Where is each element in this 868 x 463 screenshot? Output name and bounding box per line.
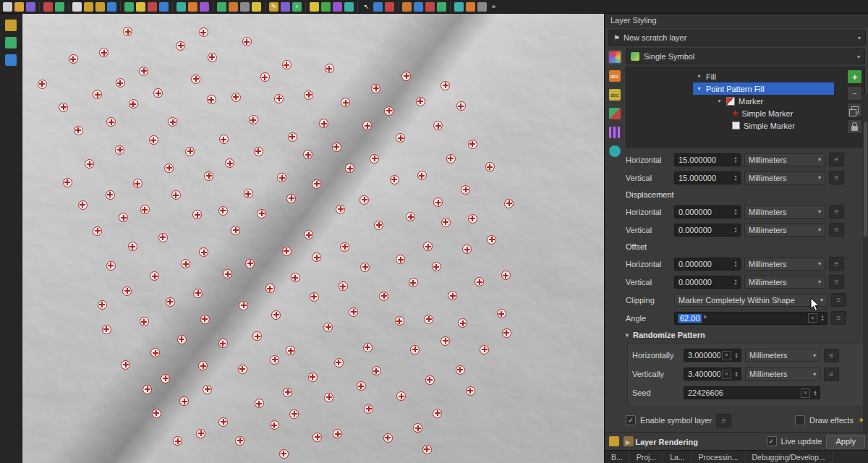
delete-selected-icon[interactable]: [385, 2, 394, 12]
offset-horizontal-spinbox[interactable]: 0.000000 ▴▾: [674, 258, 741, 271]
layer-rendering-section[interactable]: ▶ Layer Rendering: [626, 433, 865, 451]
browser-panel-icon[interactable]: [5, 20, 17, 31]
georeferencer-icon[interactable]: [344, 2, 354, 12]
displacement-horizontal-unit-combo[interactable]: Millimeters ▾: [744, 205, 825, 218]
tab-symbology[interactable]: [608, 50, 622, 64]
panel-scrollbar[interactable]: [863, 94, 868, 434]
spinner-arrows-icon[interactable]: ▴▾: [733, 352, 740, 359]
settings-icon[interactable]: [477, 2, 487, 12]
symbol-history-icon[interactable]: [609, 436, 619, 446]
remove-symbol-layer-button[interactable]: −: [847, 86, 862, 101]
tree-item-simple-marker-1[interactable]: ✚ Simple Marker: [626, 107, 864, 119]
project-save-icon[interactable]: [26, 2, 35, 12]
data-defined-override-button[interactable]: ≡: [829, 257, 844, 271]
temporal-controller-icon[interactable]: [414, 2, 423, 12]
clear-value-icon[interactable]: ✕: [801, 388, 810, 398]
refresh-icon[interactable]: [437, 2, 446, 12]
clipping-combo[interactable]: Marker Completely Within Shape ▾: [674, 294, 827, 307]
randomize-vertical-unit-combo[interactable]: Millimeters ▾: [745, 368, 820, 381]
save-edits-icon[interactable]: [281, 2, 290, 12]
spinner-arrows-icon[interactable]: ▴▾: [819, 315, 826, 321]
tree-item-point-pattern-fill[interactable]: ▾ Point Pattern Fill: [693, 82, 834, 95]
data-defined-override-button[interactable]: ≡: [824, 349, 839, 362]
bookmarks-panel-icon[interactable]: [5, 54, 17, 66]
project-open-icon[interactable]: [14, 2, 24, 12]
cursor-tool-icon[interactable]: ↖: [362, 2, 371, 12]
tab-labels[interactable]: abc: [608, 69, 622, 83]
tab-history[interactable]: [608, 144, 622, 158]
data-defined-override-button[interactable]: ≡: [829, 205, 844, 218]
deselect-icon[interactable]: [148, 2, 157, 12]
field-calculator-icon[interactable]: [310, 2, 319, 12]
scrollbar-thumb[interactable]: [864, 122, 867, 237]
clear-value-icon[interactable]: ✕: [722, 370, 731, 379]
add-vector-layer-icon[interactable]: [229, 2, 238, 12]
add-scratch-layer-icon[interactable]: [252, 2, 261, 12]
data-defined-override-button[interactable]: ≡: [829, 275, 844, 289]
randomize-vertical-spinbox[interactable]: 3.400000 ✕ ▴▾: [684, 368, 741, 381]
tree-item-marker[interactable]: ▾ Marker: [626, 95, 864, 107]
spinner-arrows-icon[interactable]: ▴▾: [732, 156, 739, 163]
distance-horizontal-spinbox[interactable]: 15.000000 ▴▾: [674, 153, 741, 166]
offset-vertical-unit-combo[interactable]: Millimeters ▾: [744, 276, 825, 289]
data-defined-override-button[interactable]: ≡: [831, 293, 846, 307]
processing-toolbox-icon[interactable]: [402, 2, 412, 12]
displacement-vertical-spinbox[interactable]: 0.000000 ▴▾: [674, 224, 741, 237]
tab-histogram[interactable]: [608, 125, 622, 140]
angle-spinbox[interactable]: 62.00 ° ✕ ▴▾: [674, 312, 827, 325]
dock-tab-layers[interactable]: La...: [663, 451, 692, 463]
attribute-table-icon[interactable]: [159, 2, 169, 12]
style-manager-icon[interactable]: [43, 2, 53, 12]
tab-masks[interactable]: abc: [608, 88, 622, 102]
vertex-tool-icon[interactable]: [373, 2, 383, 12]
expand-arrow-icon[interactable]: ▾: [696, 73, 702, 80]
spinner-arrows-icon[interactable]: ▴▾: [732, 226, 739, 233]
open-table-icon[interactable]: [321, 2, 331, 12]
dock-tab-project[interactable]: Proj...: [630, 451, 663, 463]
toolbar-overflow-icon[interactable]: »: [489, 2, 498, 12]
displacement-vertical-unit-combo[interactable]: Millimeters ▾: [744, 224, 825, 237]
dock-tab-processing[interactable]: Processin...: [692, 451, 746, 463]
new-layer-icon[interactable]: [217, 2, 226, 12]
tree-item-fill[interactable]: ▾ Fill: [626, 70, 864, 82]
clear-value-icon[interactable]: ✕: [808, 313, 817, 323]
add-symbol-layer-button[interactable]: ＋: [847, 69, 862, 84]
data-defined-override-button[interactable]: ≡: [831, 311, 846, 325]
distance-vertical-spinbox[interactable]: 15.000000 ▴▾: [674, 171, 741, 184]
select-features-icon[interactable]: [136, 2, 145, 12]
toggle-editing-icon[interactable]: ✎: [269, 2, 278, 12]
data-defined-override-button[interactable]: ≡: [829, 153, 844, 166]
expand-arrow-icon[interactable]: ▾: [716, 98, 723, 104]
measure-icon[interactable]: [176, 2, 186, 12]
draw-effects-checkbox[interactable]: [795, 415, 805, 425]
seed-spinbox[interactable]: 22426606 ✕ ▴▾: [684, 386, 820, 399]
tree-item-simple-marker-2[interactable]: Simple Marker: [626, 119, 864, 132]
data-defined-override-button[interactable]: ≡: [829, 171, 844, 184]
lock-colors-button[interactable]: [847, 119, 862, 134]
randomize-pattern-header[interactable]: ▾ Randomize Pattern: [626, 327, 865, 343]
identify-features-icon[interactable]: [124, 2, 134, 12]
dock-tab-debugging[interactable]: Debugging/Develop...: [746, 451, 833, 463]
add-feature-icon[interactable]: +: [292, 2, 302, 12]
spinner-arrows-icon[interactable]: ▴▾: [812, 390, 819, 396]
project-new-icon[interactable]: [3, 2, 12, 12]
tab-3d-view[interactable]: [608, 106, 622, 121]
clear-value-icon[interactable]: ✕: [722, 351, 731, 360]
annotations-icon[interactable]: [200, 2, 209, 12]
dock-tab-browser[interactable]: B...: [605, 451, 630, 463]
data-defined-override-button[interactable]: ≡: [716, 414, 731, 428]
displacement-horizontal-spinbox[interactable]: 0.000000 ▴▾: [674, 205, 741, 218]
zoom-out-icon[interactable]: [95, 2, 105, 12]
spinner-arrows-icon[interactable]: ▴▾: [732, 174, 739, 181]
spinner-arrows-icon[interactable]: ▴▾: [732, 208, 739, 215]
bookmarks-icon[interactable]: [425, 2, 435, 12]
layout-manager-icon[interactable]: [55, 2, 64, 12]
zoom-full-icon[interactable]: [107, 2, 116, 12]
enable-symbol-layer-checkbox[interactable]: ✓: [626, 415, 636, 425]
layer-selector-combo[interactable]: ⚑ New scratch layer ▾: [608, 30, 866, 46]
python-console-icon[interactable]: [454, 2, 464, 12]
renderer-combo[interactable]: Single Symbol ▾: [626, 48, 865, 64]
spinner-arrows-icon[interactable]: ▴▾: [733, 371, 740, 378]
spinner-arrows-icon[interactable]: ▴▾: [732, 260, 739, 267]
data-defined-override-button[interactable]: ≡: [824, 368, 839, 381]
